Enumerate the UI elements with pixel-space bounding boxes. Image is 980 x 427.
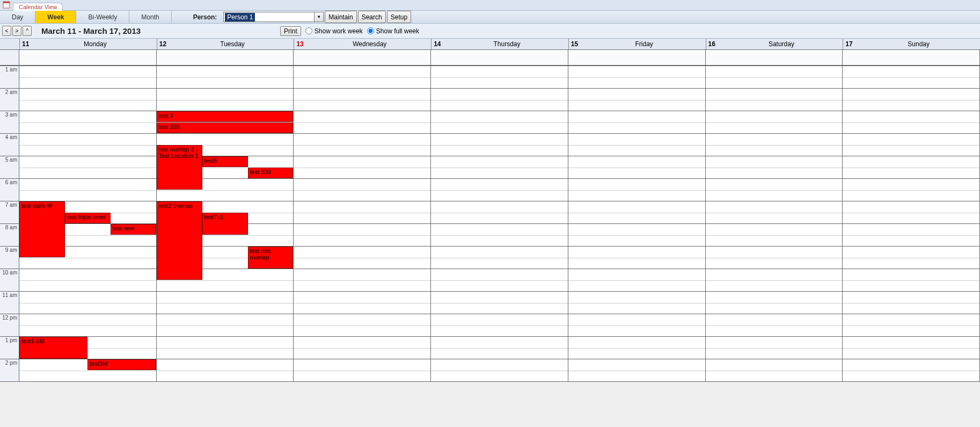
day-column[interactable] <box>431 50 568 382</box>
grid-cell[interactable] <box>431 359 568 382</box>
today-button[interactable]: ^ <box>23 26 32 36</box>
day-header[interactable]: 13Wednesday <box>294 39 431 49</box>
allday-cell[interactable] <box>157 50 294 66</box>
grid-cell[interactable] <box>843 156 979 179</box>
calendar-event[interactable]: test1-5M <box>19 337 87 359</box>
next-button[interactable]: > <box>12 26 21 36</box>
grid-cell[interactable] <box>294 111 430 134</box>
grid-cell[interactable] <box>568 314 705 337</box>
grid-cell[interactable] <box>157 66 294 89</box>
grid-cell[interactable] <box>843 89 979 111</box>
grid-cell[interactable] <box>843 359 979 382</box>
grid-cell[interactable] <box>431 89 568 111</box>
grid-cell[interactable] <box>706 156 843 179</box>
grid-cell[interactable] <box>568 247 705 269</box>
day-column[interactable]: test 3test 330test overlap 2 - Test Loca… <box>157 50 294 382</box>
grid-cell[interactable] <box>19 89 156 111</box>
grid-cell[interactable] <box>294 269 430 292</box>
show-work-week-radio[interactable]: Show work week <box>305 27 363 35</box>
view-biweekly[interactable]: Bi-Weekly <box>76 11 129 23</box>
grid-cell[interactable] <box>294 179 430 201</box>
grid-cell[interactable] <box>843 247 979 269</box>
grid-cell[interactable] <box>157 89 294 111</box>
grid-cell[interactable] <box>294 156 430 179</box>
calendar-event[interactable]: test mid overlap <box>248 247 294 269</box>
grid-cell[interactable] <box>568 89 705 111</box>
calendar-event[interactable]: test 3 <box>157 111 294 122</box>
grid-cell[interactable] <box>568 337 705 359</box>
prev-button[interactable]: < <box>2 26 11 36</box>
calendar-event[interactable]: test2 overlap <box>157 201 202 280</box>
grid-cell[interactable] <box>706 359 843 382</box>
grid-cell[interactable] <box>706 111 843 134</box>
grid-cell[interactable] <box>431 292 568 314</box>
grid-cell[interactable] <box>843 111 979 134</box>
day-header[interactable]: 17Sunday <box>843 39 980 49</box>
grid-cell[interactable] <box>19 156 156 179</box>
allday-cell[interactable] <box>568 50 705 66</box>
grid-cell[interactable] <box>294 337 430 359</box>
grid-cell[interactable] <box>843 269 979 292</box>
calendar-event[interactable]: test new <box>111 224 156 235</box>
grid-cell[interactable] <box>431 314 568 337</box>
grid-cell[interactable] <box>431 224 568 247</box>
grid-cell[interactable] <box>568 224 705 247</box>
view-week[interactable]: Week <box>35 11 76 23</box>
grid-cell[interactable] <box>843 292 979 314</box>
grid-cell[interactable] <box>294 89 430 111</box>
search-button[interactable]: Search <box>358 11 386 23</box>
day-header[interactable]: 14Thursday <box>431 39 568 49</box>
grid-cell[interactable] <box>706 89 843 111</box>
grid-cell[interactable] <box>431 66 568 89</box>
day-header[interactable]: 12Tuesday <box>157 39 294 49</box>
calendar-event[interactable]: test5 <box>202 156 248 167</box>
grid-cell[interactable] <box>843 134 979 156</box>
grid-cell[interactable] <box>706 134 843 156</box>
grid-cell[interactable] <box>706 314 843 337</box>
grid-cell[interactable] <box>431 156 568 179</box>
grid-cell[interactable] <box>294 292 430 314</box>
grid-cell[interactable] <box>843 224 979 247</box>
grid-cell[interactable] <box>294 314 430 337</box>
day-header[interactable]: 11Monday <box>19 39 157 49</box>
grid-cell[interactable] <box>19 111 156 134</box>
calendar-event[interactable]: test overlap 2 - Test Location 1 <box>157 145 202 190</box>
grid-cell[interactable] <box>706 224 843 247</box>
grid-cell[interactable] <box>843 66 979 89</box>
grid-cell[interactable] <box>294 247 430 269</box>
maintain-button[interactable]: Maintain <box>325 11 356 23</box>
person-field[interactable]: Person 1 <box>223 12 315 22</box>
allday-cell[interactable] <box>294 50 430 66</box>
person-dropdown-button[interactable]: ▼ <box>315 12 324 22</box>
grid-cell[interactable] <box>294 359 430 382</box>
grid-cell[interactable] <box>157 314 294 337</box>
grid-cell[interactable] <box>431 201 568 224</box>
grid-cell[interactable] <box>431 111 568 134</box>
grid-cell[interactable] <box>568 179 705 201</box>
calendar-event[interactable]: test 330 <box>157 122 294 133</box>
day-column[interactable] <box>706 50 843 382</box>
grid-cell[interactable] <box>431 337 568 359</box>
grid-cell[interactable] <box>19 292 156 314</box>
allday-cell[interactable] <box>19 50 156 66</box>
grid-cell[interactable] <box>294 201 430 224</box>
grid-cell[interactable] <box>294 134 430 156</box>
grid-cell[interactable] <box>706 292 843 314</box>
view-month[interactable]: Month <box>129 11 171 23</box>
grid-cell[interactable] <box>843 337 979 359</box>
day-column[interactable] <box>294 50 431 382</box>
print-button[interactable]: Print <box>280 26 301 36</box>
grid-cell[interactable] <box>19 66 156 89</box>
grid-cell[interactable] <box>568 201 705 224</box>
tab-calendar-view[interactable]: Calendar View <box>13 3 63 11</box>
grid-cell[interactable] <box>431 134 568 156</box>
calendar-event[interactable]: test 530 <box>248 168 294 178</box>
grid-cell[interactable] <box>843 179 979 201</box>
grid-cell[interactable] <box>843 314 979 337</box>
grid-cell[interactable] <box>568 156 705 179</box>
grid-cell[interactable] <box>568 292 705 314</box>
setup-button[interactable]: Setup <box>387 11 411 23</box>
grid-cell[interactable] <box>19 314 156 337</box>
grid-cell[interactable] <box>294 66 430 89</box>
grid-cell[interactable] <box>157 292 294 314</box>
